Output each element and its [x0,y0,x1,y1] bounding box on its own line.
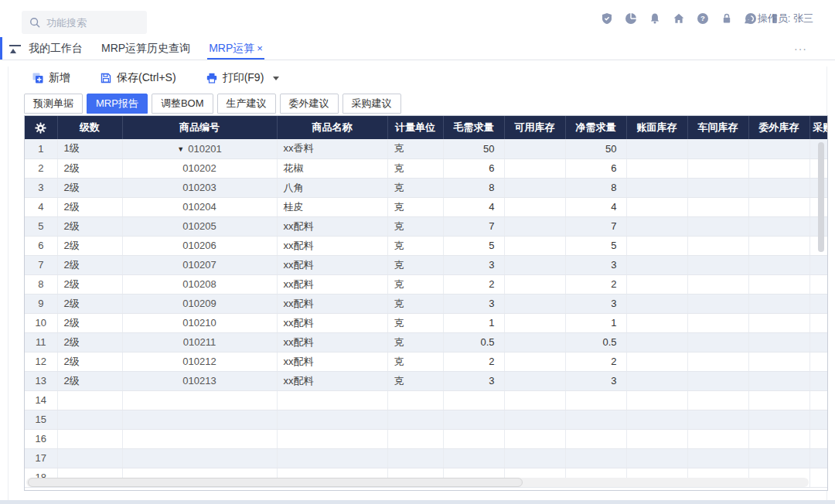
row-number-cell[interactable]: 7 [25,255,57,274]
gross-demand-cell[interactable] [443,429,504,448]
book-stock-cell[interactable] [626,255,687,274]
outsource-stock-cell[interactable] [748,313,809,332]
gross-demand-cell[interactable]: 2 [443,274,504,294]
available-stock-cell[interactable] [504,236,565,255]
purchase-order-cell[interactable] [809,390,828,410]
row-number-cell[interactable]: 1 [25,139,57,158]
level-cell[interactable]: 2级 [57,332,122,352]
workshop-stock-cell[interactable] [687,371,748,390]
purchase-order-cell[interactable] [809,352,828,371]
purchase-order-cell[interactable] [809,313,828,332]
level-cell[interactable]: 2级 [57,236,122,255]
level-cell[interactable]: 2级 [57,158,122,178]
lock-icon[interactable] [720,12,733,26]
subtab-6[interactable]: 采购建议 [343,94,401,114]
gross-demand-cell[interactable] [443,390,504,410]
unit-cell[interactable]: 克 [387,178,443,197]
print-button[interactable]: 打印(F9) [206,71,280,85]
workshop-stock-cell[interactable] [687,236,748,255]
outsource-stock-cell[interactable] [748,197,809,216]
row-number-cell[interactable]: 3 [25,178,57,197]
row-number-cell[interactable]: 15 [25,410,57,429]
code-cell[interactable]: 010212 [122,352,277,371]
tabbar-more-button[interactable]: ··· [794,37,807,60]
name-cell[interactable]: xx配料 [277,352,387,371]
unit-cell[interactable]: 克 [387,255,443,274]
help-icon[interactable]: ? [696,12,709,26]
row-number-cell[interactable]: 11 [25,332,57,352]
tabbar-tab-2[interactable]: MRP运算历史查询 [101,37,190,60]
code-cell[interactable]: 010213 [122,371,277,390]
table-row[interactable]: 16 [25,429,828,448]
net-demand-cell[interactable]: 0.5 [565,332,626,352]
unit-cell[interactable]: 克 [387,332,443,352]
book-stock-cell[interactable] [626,197,687,216]
subtab-2[interactable]: MRP报告 [87,94,148,114]
available-stock-cell[interactable] [504,371,565,390]
column-header-3[interactable]: 商品名称 [277,116,387,139]
net-demand-cell[interactable] [565,410,626,429]
book-stock-cell[interactable] [626,139,687,158]
net-demand-cell[interactable]: 3 [565,255,626,274]
column-header-8[interactable]: 账面库存 [626,116,687,139]
workshop-stock-cell[interactable] [687,410,748,429]
net-demand-cell[interactable]: 5 [565,236,626,255]
name-cell[interactable]: xx配料 [277,216,387,236]
workshop-stock-cell[interactable] [687,429,748,448]
unit-cell[interactable]: 克 [387,216,443,236]
level-cell[interactable] [57,448,122,468]
level-cell[interactable]: 2级 [57,178,122,197]
outsource-stock-cell[interactable] [748,448,809,468]
workshop-stock-cell[interactable] [687,332,748,352]
level-cell[interactable]: 2级 [57,274,122,294]
name-cell[interactable]: xx配料 [277,274,387,294]
available-stock-cell[interactable] [504,216,565,236]
name-cell[interactable] [277,429,387,448]
unit-cell[interactable]: 克 [387,313,443,332]
name-cell[interactable]: xx配料 [277,236,387,255]
available-stock-cell[interactable] [504,274,565,294]
table-row[interactable]: 52级010205xx配料克77 [25,216,828,236]
table-row[interactable]: 112级010211xx配料克0.50.5 [25,332,828,352]
purchase-order-cell[interactable] [809,448,828,468]
name-cell[interactable]: xx配料 [277,313,387,332]
unit-cell[interactable]: 克 [387,294,443,313]
book-stock-cell[interactable] [626,371,687,390]
name-cell[interactable] [277,410,387,429]
gross-demand-cell[interactable]: 50 [443,139,504,158]
outsource-stock-cell[interactable] [748,332,809,352]
table-row[interactable]: 122级010212xx配料克22 [25,352,828,371]
code-cell[interactable]: 010209 [122,294,277,313]
row-number-cell[interactable]: 8 [25,274,57,294]
purchase-order-cell[interactable] [809,332,828,352]
gross-demand-cell[interactable]: 4 [443,197,504,216]
bell-icon[interactable] [648,12,661,26]
purchase-order-cell[interactable] [809,410,828,429]
net-demand-cell[interactable]: 3 [565,294,626,313]
outsource-stock-cell[interactable] [748,371,809,390]
code-cell[interactable]: 010203 [122,178,277,197]
unit-cell[interactable]: 克 [387,139,443,158]
column-header-11[interactable]: 采购订单 [809,116,828,139]
table-row[interactable]: 92级010209xx配料克33 [25,294,828,313]
net-demand-cell[interactable]: 3 [565,371,626,390]
gross-demand-cell[interactable]: 3 [443,294,504,313]
workshop-stock-cell[interactable] [687,255,748,274]
function-search-box[interactable] [22,11,147,34]
book-stock-cell[interactable] [626,236,687,255]
name-cell[interactable] [277,390,387,410]
table-row[interactable]: 32级010203八角克88 [25,178,828,197]
table-row[interactable]: 72级010207xx配料克33 [25,255,828,274]
workshop-stock-cell[interactable] [687,197,748,216]
level-cell[interactable] [57,429,122,448]
gross-demand-cell[interactable]: 3 [443,255,504,274]
workshop-stock-cell[interactable] [687,352,748,371]
net-demand-cell[interactable]: 6 [565,158,626,178]
code-cell[interactable]: 010211 [122,332,277,352]
gross-demand-cell[interactable]: 5 [443,236,504,255]
outsource-stock-cell[interactable] [748,294,809,313]
book-stock-cell[interactable] [626,390,687,410]
row-number-cell[interactable]: 4 [25,197,57,216]
workshop-stock-cell[interactable] [687,139,748,158]
subtab-4[interactable]: 生产建议 [217,94,276,114]
